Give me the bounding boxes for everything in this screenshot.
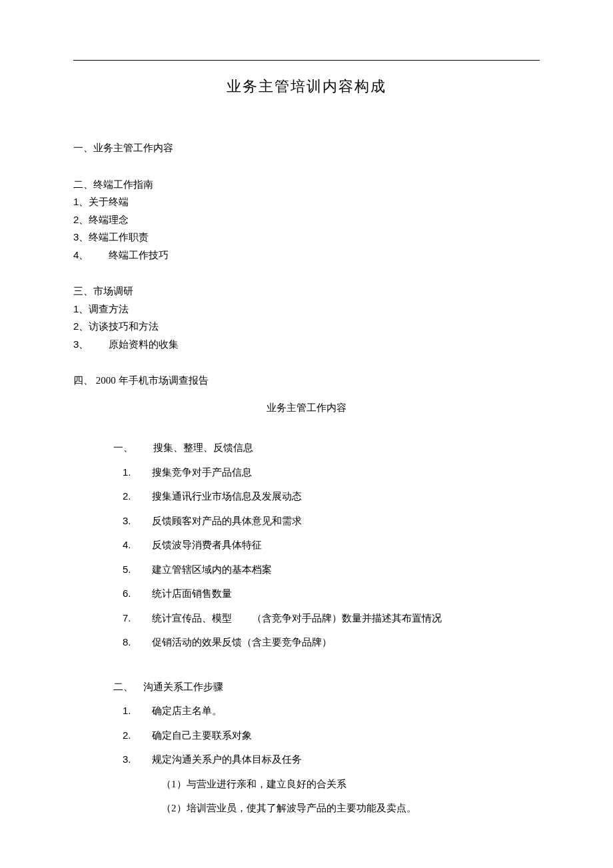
detail-item: 6.统计店面销售数量 bbox=[113, 586, 540, 602]
item-text: 终端工作技巧 bbox=[89, 250, 169, 260]
item-text: 终端理念 bbox=[89, 215, 129, 225]
item-number: 2. bbox=[123, 728, 139, 743]
detail-item: 5.建立管辖区域内的基本档案 bbox=[113, 562, 540, 578]
item-number: 8. bbox=[123, 635, 139, 650]
sub-detail-item: （1）与营业进行亲和，建立良好的合关系 bbox=[113, 777, 540, 792]
sub-detail-item: （2）培训营业员，使其了解波导产品的主要功能及卖点。 bbox=[113, 801, 540, 816]
detail-item: 3.反馈顾客对产品的具体意见和需求 bbox=[113, 514, 540, 529]
detail-item: 3.规定沟通关系户的具体目标及任务 bbox=[113, 752, 540, 767]
outline-item: 1、调查方法 bbox=[73, 302, 540, 317]
outline-section-2: 二、终端工作指南 bbox=[73, 177, 540, 193]
item-text: 反馈顾客对产品的具体意见和需求 bbox=[139, 516, 302, 526]
detail-item: 2.确定自己主要联系对象 bbox=[113, 728, 540, 743]
item-number: 1、 bbox=[73, 303, 89, 314]
detail-item: 1.确定店主名单。 bbox=[113, 703, 540, 719]
item-number: 3. bbox=[123, 752, 139, 767]
item-text: 确定店主名单。 bbox=[139, 705, 222, 716]
item-text: 访谈技巧和方法 bbox=[89, 321, 159, 332]
detail-group-1: 一、 搜集、整理、反馈信息 1.搜集竞争对手产品信息 2.搜集通讯行业市场信息及… bbox=[73, 440, 540, 650]
outline-item: 2、访谈技巧和方法 bbox=[73, 319, 540, 334]
item-number: 2、 bbox=[73, 320, 89, 332]
item-text: 统计店面销售数量 bbox=[139, 588, 232, 599]
detail-item: 8.促销活动的效果反馈（含主要竞争品牌） bbox=[113, 635, 540, 650]
item-text: 搜集竞争对手产品信息 bbox=[139, 467, 252, 478]
item-text: 统计宣传品、模型 （含竞争对手品牌）数量并描述其布置情况 bbox=[139, 613, 442, 624]
item-text: 终端工作职责 bbox=[89, 232, 149, 242]
outline-item: 3、 原始资料的收集 bbox=[73, 337, 540, 352]
item-number: 2. bbox=[123, 489, 139, 504]
item-text: 促销活动的效果反馈（含主要竞争品牌） bbox=[139, 637, 332, 648]
item-text: 关于终端 bbox=[89, 197, 129, 207]
item-text: 反馈波导消费者具体特征 bbox=[139, 540, 262, 550]
item-number: 4、 bbox=[73, 249, 89, 260]
item-number: 1、 bbox=[73, 196, 89, 207]
top-rule bbox=[73, 60, 540, 61]
detail-group-head: 一、 搜集、整理、反馈信息 bbox=[113, 440, 540, 456]
detail-group-2: 二、 沟通关系工作步骤 1.确定店主名单。 2.确定自己主要联系对象 3.规定沟… bbox=[73, 679, 540, 816]
item-number: 1. bbox=[123, 465, 139, 480]
detail-item: 1.搜集竞争对手产品信息 bbox=[113, 465, 540, 480]
group-text: 搜集、整理、反馈信息 bbox=[133, 442, 253, 453]
item-text: 确定自己主要联系对象 bbox=[139, 730, 252, 741]
item-number: 1. bbox=[123, 703, 139, 719]
item-number: 3. bbox=[123, 514, 139, 529]
item-number: 6. bbox=[123, 586, 139, 602]
outline-item: 1、关于终端 bbox=[73, 195, 540, 210]
group-text: 沟通关系工作步骤 bbox=[133, 681, 223, 692]
item-text: 原始资料的收集 bbox=[89, 339, 179, 350]
item-text: 规定沟通关系户的具体目标及任务 bbox=[139, 754, 302, 765]
detail-item: 7.统计宣传品、模型 （含竞争对手品牌）数量并描述其布置情况 bbox=[113, 611, 540, 626]
detail-item: 2.搜集通讯行业市场信息及发展动态 bbox=[113, 489, 540, 504]
item-number: 4. bbox=[123, 538, 139, 553]
outline-section-3: 三、市场调研 bbox=[73, 284, 540, 299]
item-number: 3、 bbox=[73, 338, 89, 350]
item-number: 3、 bbox=[73, 231, 89, 242]
item-text: 建立管辖区域内的基本档案 bbox=[139, 564, 272, 575]
outline-item: 2、终端理念 bbox=[73, 213, 540, 228]
item-text: 搜集通讯行业市场信息及发展动态 bbox=[139, 491, 302, 502]
detail-group-head: 二、 沟通关系工作步骤 bbox=[113, 679, 540, 695]
group-number: 二、 bbox=[113, 679, 133, 695]
item-text: 调查方法 bbox=[89, 304, 129, 314]
item-number: 2、 bbox=[73, 214, 89, 225]
subtitle: 业务主管工作内容 bbox=[73, 400, 540, 416]
group-number: 一、 bbox=[113, 440, 133, 456]
outline-item: 4、 终端工作技巧 bbox=[73, 248, 540, 263]
outline-section-1: 一、业务主管工作内容 bbox=[73, 141, 540, 156]
page-title: 业务主管培训内容构成 bbox=[73, 75, 540, 97]
outline-item: 3、终端工作职责 bbox=[73, 230, 540, 245]
outline-section-4: 四、 2000 年手机市场调查报告 bbox=[73, 373, 540, 388]
item-number: 7. bbox=[123, 611, 139, 626]
item-number: 5. bbox=[123, 562, 139, 578]
detail-item: 4.反馈波导消费者具体特征 bbox=[113, 538, 540, 553]
